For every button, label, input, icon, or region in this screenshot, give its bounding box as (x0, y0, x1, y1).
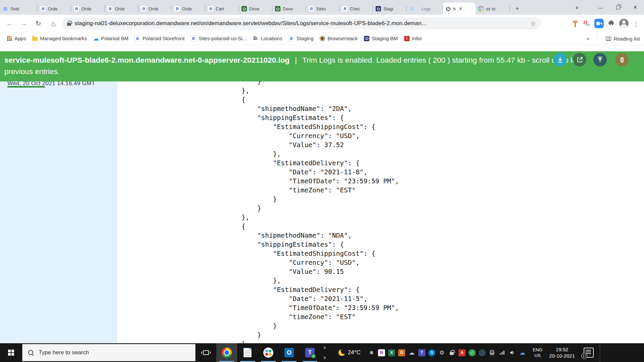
bookmark-apps[interactable]: Apps (3, 36, 29, 41)
printer-icon[interactable] (489, 349, 496, 356)
taskbar-weather[interactable]: 24°C (338, 349, 361, 356)
tab-staging[interactable]: Stagi (373, 3, 407, 15)
banner-message-1: Trim Logs is enabled. Loaded entries ( 2… (302, 56, 585, 64)
snowflake-icon[interactable]: ✱ (368, 349, 375, 356)
chevron-down-icon[interactable]: ∨ (323, 355, 326, 360)
home-icon[interactable]: ⌂ (48, 18, 59, 29)
bookmark-staging-bm[interactable]: Staging BM (361, 36, 401, 41)
tab-cart[interactable]: B Cart (205, 3, 239, 15)
bookmark-staging[interactable]: B Staging (285, 36, 317, 41)
taskbar-clock[interactable]: 19:52 20-10-2021 (549, 346, 575, 359)
bookmark-browserstack[interactable]: Browserstack (317, 36, 361, 41)
url-text[interactable]: staging-na01-deluxecorporation.demandwar… (74, 20, 527, 27)
bookmark-label: Managed bookmarks (40, 36, 87, 41)
business-manager-icon: B (342, 6, 347, 11)
open-in-new-window-button[interactable] (573, 53, 586, 66)
close-tab-icon[interactable]: ✕ (459, 6, 463, 11)
tab-google-search[interactable]: oz to (476, 3, 510, 15)
date-text: 20-10-2021 (549, 353, 575, 359)
tab-logs[interactable]: Logs (407, 3, 443, 15)
tab-orders-3[interactable]: B Orde (105, 3, 138, 15)
bookmark-sites-polaroid[interactable]: B Sites-polaroid-us-Si... (187, 36, 250, 41)
restore-button[interactable] (609, 0, 627, 15)
delete-log-button[interactable] (615, 53, 629, 66)
teams-tray-icon[interactable]: T (418, 349, 425, 356)
tab-label: Orde (82, 6, 91, 11)
reload-icon[interactable]: ↻ (33, 18, 44, 29)
back-icon[interactable]: ← (4, 18, 15, 29)
bookmark-label: Browserstack (328, 36, 358, 41)
tab-checkout[interactable]: B Chec (339, 3, 373, 15)
taskbar-teams-button[interactable]: T (300, 343, 320, 362)
tab-search-chevron-icon[interactable]: ∨ (570, 0, 584, 15)
tab-settings[interactable]: ⚙ Setti (0, 3, 38, 15)
htag-extension-icon[interactable]: Htag (583, 20, 590, 27)
orange-app-icon[interactable]: O (398, 349, 405, 356)
profile-avatar[interactable] (619, 19, 629, 28)
show-desktop-button[interactable] (600, 343, 603, 362)
taskbar-search-box[interactable]: Type here to search (22, 344, 196, 361)
reading-list-button[interactable]: Reading list (603, 36, 641, 42)
download-button[interactable] (553, 53, 567, 66)
bookmark-label: Staging BM (372, 36, 398, 41)
infor-icon: i (404, 36, 410, 41)
start-button[interactable] (0, 343, 22, 362)
green-check-icon[interactable]: ✓ (469, 349, 476, 356)
tab-development-2[interactable]: Deve (272, 3, 306, 15)
bookmark-managed-bookmarks[interactable]: Managed bookmarks (29, 36, 90, 41)
bookmark-polariod-bm[interactable]: ☁ Polariod BM (90, 36, 131, 41)
log-content[interactable]: } }, { "shipmethodName": "2DA", "shippin… (210, 77, 399, 343)
chrome-menu-icon[interactable]: ⋮ (633, 20, 639, 27)
gear-icon: ⚙ (3, 6, 8, 11)
bookmark-locations[interactable]: D. Locations (250, 36, 285, 41)
chevron-up-icon[interactable]: ∧ (323, 345, 326, 350)
gear-icon[interactable]: ⚙ (438, 349, 445, 356)
upload-button[interactable] (593, 53, 607, 66)
apps-grid-icon (7, 36, 11, 41)
language-indicator[interactable]: ENG US (533, 347, 542, 358)
bookmarks-overflow-chevron[interactable]: » (585, 36, 592, 42)
banner-line-1: service-mulesoft-UPS-blade6-2.mon.demand… (4, 55, 644, 66)
tab-development-1[interactable]: Deve (239, 3, 272, 15)
business-manager-icon: B (74, 6, 79, 11)
network-icon[interactable] (499, 349, 506, 356)
tab-active-log-viewer[interactable]: h ✕ (443, 3, 476, 15)
task-view-button[interactable] (196, 343, 216, 362)
onedrive-icon[interactable]: ☁ (519, 349, 526, 356)
tab-sites[interactable]: B Sites (306, 3, 339, 15)
forward-icon[interactable]: → (18, 18, 30, 29)
new-tab-button[interactable]: + (513, 4, 522, 13)
taskbar-chrome-button[interactable] (216, 343, 237, 362)
tab-orders-2[interactable]: B Orde (71, 3, 105, 15)
red-app-icon[interactable]: A (459, 349, 466, 356)
bookmark-infor[interactable]: i Infor (401, 36, 425, 41)
desktop-screen: ⚙ Setti B Orde B Orde B Orde B Orde B Or… (0, 0, 644, 362)
taskbar-outlook-button[interactable]: O (279, 343, 300, 362)
address-bar[interactable]: staging-na01-deluxecorporation.demandwar… (62, 17, 541, 29)
bookmark-polaroid-storefront[interactable]: B Polaroid Storefront (131, 36, 187, 41)
dark-circle-icon[interactable] (479, 349, 486, 356)
bookmark-star-icon[interactable]: ☆ (530, 20, 536, 27)
cloud-icon[interactable]: ☁ (408, 349, 415, 356)
close-window-button[interactable]: ✕ (627, 0, 644, 15)
lock-icon[interactable] (448, 349, 455, 356)
taskbar-scroll-chevrons[interactable]: ∧∨ (320, 343, 329, 362)
business-manager-icon: B (309, 6, 314, 11)
secure-lock-icon[interactable] (67, 23, 71, 26)
taskbar-notepad-button[interactable] (237, 343, 258, 362)
minimize-button[interactable]: — (592, 0, 609, 15)
onenote-icon[interactable]: N (378, 349, 385, 356)
tab-orders-5[interactable]: B Orde (172, 3, 205, 15)
skype-icon[interactable]: S (428, 349, 435, 356)
action-center-button[interactable]: 17 (584, 348, 594, 358)
tab-orders-1[interactable]: B Orde (38, 3, 71, 15)
signpost-extension-icon[interactable] (572, 20, 578, 27)
business-manager-icon: B (135, 36, 140, 41)
taskbar-slack-button[interactable] (258, 343, 279, 362)
browser-toolbar: ← → ↻ ⌂ staging-na01-deluxecorporation.d… (0, 15, 644, 32)
excel-icon[interactable]: X (388, 349, 395, 356)
extensions-puzzle-icon[interactable] (608, 19, 615, 27)
video-camera-extension-icon[interactable] (594, 19, 604, 28)
volume-icon[interactable] (509, 349, 516, 356)
tab-orders-4[interactable]: B Orde (138, 3, 172, 15)
